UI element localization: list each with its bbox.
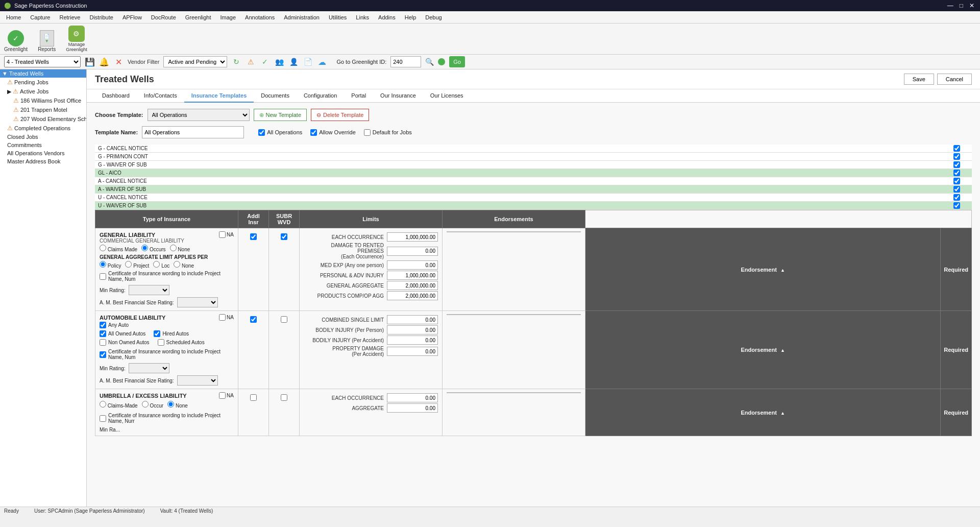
vault-selector[interactable]: 4 - Treated Wells — [4, 56, 81, 67]
auto-end-cancel-checkbox[interactable] — [953, 178, 960, 184]
gl-occurs-radio[interactable] — [141, 245, 148, 251]
template-name-input[interactable] — [142, 126, 244, 138]
auto-cert-checkbox[interactable] — [100, 351, 106, 358]
auto-scheduled-checkbox[interactable] — [158, 339, 164, 346]
gl-none-label[interactable]: None — [170, 245, 190, 252]
menu-docroute[interactable]: DocRoute — [147, 13, 180, 21]
auto-all-owned-checkbox[interactable] — [100, 330, 106, 337]
auto-min-rating-select[interactable] — [129, 363, 169, 373]
template-dropdown[interactable]: All Operations — [148, 109, 250, 121]
tab-documents[interactable]: Documents — [254, 89, 297, 103]
umbrella-claims-made-label[interactable]: Claims-Made — [100, 401, 138, 409]
gl-policy-label[interactable]: Policy — [100, 261, 121, 269]
auto-na-label[interactable]: NA — [219, 314, 234, 321]
umbrella-subr-checkbox[interactable] — [281, 394, 287, 401]
refresh-icon[interactable]: ↻ — [231, 57, 241, 67]
auto-bi-person-input[interactable] — [387, 325, 438, 334]
menu-image[interactable]: Image — [216, 13, 240, 21]
save-icon[interactable]: 💾 — [85, 57, 95, 67]
gl-none2-label[interactable]: None — [174, 261, 194, 269]
gl-end-prim-checkbox[interactable] — [953, 153, 960, 160]
gl-project-label[interactable]: Project — [125, 261, 149, 269]
gl-end-cancel-checkbox[interactable] — [953, 145, 960, 152]
cloud-blue-icon[interactable]: ☁ — [317, 57, 327, 67]
gl-general-agg-input[interactable] — [387, 281, 438, 290]
gl-na-label[interactable]: NA — [219, 231, 234, 238]
menu-capture[interactable]: Capture — [26, 13, 54, 21]
menu-annotations[interactable]: Annotations — [241, 13, 279, 21]
tab-dashboard[interactable]: Dashboard — [95, 89, 137, 103]
close-button[interactable]: ✕ — [968, 2, 976, 9]
tab-our-insurance[interactable]: Our Insurance — [373, 89, 423, 103]
auto-csl-input[interactable] — [387, 315, 438, 324]
doc-orange-icon[interactable]: 📄 — [303, 57, 313, 67]
menu-debug[interactable]: Debug — [421, 13, 446, 21]
gl-loc-radio[interactable] — [153, 261, 160, 268]
default-for-jobs-checkbox-label[interactable]: Default for Jobs — [364, 129, 412, 136]
menu-links[interactable]: Links — [352, 13, 373, 21]
menu-administration[interactable]: Administration — [280, 13, 324, 21]
gl-personal-input[interactable] — [387, 271, 438, 280]
gl-min-rating-select[interactable] — [129, 285, 169, 295]
umbrella-end-cancel-checkbox[interactable] — [953, 194, 960, 201]
gl-med-exp-input[interactable] — [387, 260, 438, 270]
auto-non-owned-checkbox[interactable] — [100, 339, 106, 346]
gl-ambest-select[interactable] — [177, 297, 218, 307]
umbrella-each-input[interactable] — [387, 393, 438, 402]
gl-policy-radio[interactable] — [100, 261, 106, 268]
sidebar-item-commitments[interactable]: Commitments — [0, 141, 86, 149]
gl-claims-made-label[interactable]: Claims Made — [100, 245, 137, 252]
minimize-button[interactable]: — — [946, 2, 955, 9]
sidebar-item-all-vendors[interactable]: All Operations Vendors — [0, 149, 86, 157]
sidebar-item-master-address[interactable]: Master Address Book — [0, 157, 86, 165]
menu-distribute[interactable]: Distribute — [85, 13, 117, 21]
allow-override-checkbox[interactable] — [310, 129, 317, 136]
sidebar-item-closed-jobs[interactable]: Closed Jobs — [0, 133, 86, 141]
auto-hired-checkbox[interactable] — [154, 330, 160, 337]
umbrella-cert-checkbox[interactable] — [100, 415, 106, 422]
umbrella-none-label[interactable]: None — [167, 401, 188, 409]
check-green-icon[interactable]: ✓ — [260, 57, 270, 67]
gl-damage-rented-input[interactable] — [387, 247, 438, 256]
sidebar-item-pending-jobs[interactable]: ⚠ Pending Jobs — [0, 78, 86, 87]
menu-greenlight[interactable]: Greenlight — [181, 13, 215, 21]
alert-icon[interactable]: 🔔 — [99, 57, 109, 67]
window-controls[interactable]: — □ ✕ — [946, 2, 976, 9]
umbrella-addl-checkbox[interactable] — [250, 394, 257, 401]
umbrella-end-waiver-checkbox[interactable] — [953, 202, 960, 209]
umbrella-none-radio[interactable] — [167, 401, 174, 408]
tab-configuration[interactable]: Configuration — [297, 89, 344, 103]
menu-apflow[interactable]: APFlow — [118, 13, 146, 21]
all-operations-checkbox-label[interactable]: All Operations — [258, 129, 302, 136]
sidebar-item-treatedwells[interactable]: ▼ Treated Wells — [0, 69, 86, 78]
menu-retrieve[interactable]: Retrieve — [55, 13, 84, 21]
auto-subr-checkbox[interactable] — [281, 316, 287, 323]
sidebar-item-completed-ops[interactable]: ⚠ Completed Operations — [0, 124, 86, 133]
umbrella-claims-made-radio[interactable] — [100, 401, 106, 408]
allow-override-checkbox-label[interactable]: Allow Override — [310, 129, 356, 136]
menu-utilities[interactable]: Utilities — [325, 13, 351, 21]
menu-home[interactable]: Home — [2, 13, 25, 21]
save-button[interactable]: Save — [904, 74, 934, 85]
tab-portal[interactable]: Portal — [344, 89, 373, 103]
menu-addins[interactable]: Addins — [374, 13, 400, 21]
all-operations-checkbox[interactable] — [258, 129, 265, 136]
person-purple-icon[interactable]: 👤 — [288, 57, 299, 67]
tab-our-licenses[interactable]: Our Licenses — [423, 89, 471, 103]
gl-subr-checkbox[interactable] — [281, 233, 287, 240]
sidebar-item-active-jobs[interactable]: ▶ ⚠ Active Jobs — [0, 87, 86, 96]
status-filter-select[interactable]: Active and Pending Active Pending Inacti… — [163, 56, 227, 67]
umbrella-na-label[interactable]: NA — [219, 392, 234, 399]
umbrella-na-checkbox[interactable] — [219, 392, 226, 399]
umbrella-occur-radio[interactable] — [142, 401, 149, 408]
auto-na-checkbox[interactable] — [219, 314, 226, 321]
gl-na-checkbox[interactable] — [219, 231, 226, 238]
gl-claims-made-radio[interactable] — [100, 245, 106, 251]
search-icon[interactable]: 🔍 — [425, 58, 434, 66]
umbrella-agg-input[interactable] — [387, 403, 438, 413]
auto-end-waiver-checkbox[interactable] — [953, 186, 960, 193]
group-blue-icon[interactable]: 👥 — [274, 57, 284, 67]
auto-addl-checkbox[interactable] — [250, 316, 257, 323]
gl-addl-checkbox[interactable] — [250, 233, 257, 240]
auto-bi-accident-input[interactable] — [387, 336, 438, 345]
